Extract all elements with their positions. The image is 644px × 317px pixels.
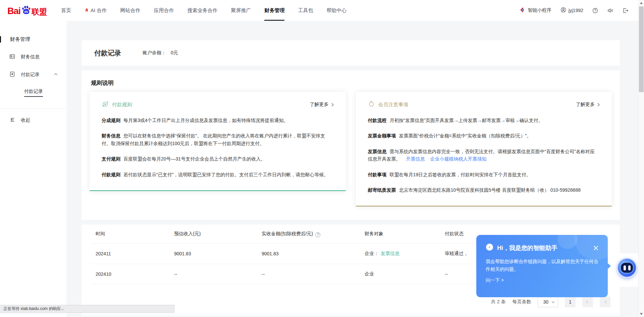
assistant-ask-link[interactable]: 问一下 > [486,277,598,283]
logo-text-union: 联盟 [32,8,47,16]
sidebar: 财务管理 财务信息 付款记录 付款记录 [0,21,66,317]
account-balance: 账户余额： 0元 [143,50,178,56]
cell-finance-object: 企业：发票信息 [365,251,445,257]
payment-record-icon [9,71,15,78]
rule-desc: 您可以在财务信息中选择“保留付款”。 在此期间您产生的收入将在账户内进行累计，联… [102,133,325,146]
more-label: 了解更多 [310,102,329,108]
sidebar-item-finance-info[interactable]: 财务信息 [0,54,66,60]
scrollbar-thumb[interactable] [639,6,644,92]
page-title: 付款记录 [94,49,121,58]
rule-desc: 月初按“发票信息”页面开具发票→上传发票→邮寄发票→审核→确认支付。 [390,118,543,123]
rule-item: 财务信息您可以在财务信息中选择“保留付款”。 在此期间您产生的收入将在账户内进行… [102,132,333,147]
assistant-title: Hi，我是您的智能助手 [497,244,557,252]
sidebar-collapse-button[interactable]: 收起 [0,117,66,124]
scroll-down-arrow[interactable] [640,313,643,315]
cell-actual: -- [262,271,365,277]
rule-term: 付款规则 [102,172,120,177]
rule-term: 支付规则 [102,156,120,162]
page-header-card: 付款记录 账户余额： 0元 [82,40,620,66]
nav-ai-cooperation[interactable]: AI 合作 [85,0,107,21]
sidebar-subitem-payment-records[interactable]: 付款记录 [0,88,66,94]
assistant-header: Hi，我是您的智能助手 [486,243,598,253]
pagination-total: 共 2 条 [491,299,506,305]
nav-toolkit[interactable]: 工具包 [298,0,313,21]
finance-object-label: 企业： [365,251,379,256]
sidebar-item-label: 财务信息 [21,54,40,60]
user-icon [560,7,566,14]
per-page-select[interactable]: 30 [538,297,558,307]
cell-time: 202410 [96,271,174,277]
rule-term: 付款事项 [368,172,387,177]
prev-page-button[interactable] [582,297,593,307]
member-notices-title: 会员注意事项 [378,102,409,108]
scroll-up-arrow[interactable] [640,2,643,4]
next-page-button[interactable] [600,297,610,307]
sidebar-subitem-label: 付款记录 [24,88,43,97]
status-text: 正在等待 xlab.baidu.com 的响应... [3,306,64,312]
vertical-scrollbar[interactable] [638,0,644,317]
nav-home[interactable]: 首页 [61,0,71,21]
invoice-info-link[interactable]: 开票信息 [406,156,425,162]
payment-rules-title: 付款规则 [112,102,132,108]
per-page-value: 30 [543,299,548,305]
page-number-button[interactable]: 1 [565,297,576,307]
help-icon[interactable] [592,8,598,13]
rule-desc: 联盟在每月19日之后签收的发票，付款时间安排在下个月首批支付。 [390,172,531,177]
col-time: 时间 [96,231,174,237]
compass-icon [486,243,493,253]
popup-arrow [607,263,611,269]
rule-term: 发票金额事项 [368,133,396,138]
rule-term: 邮寄纸质发票 [368,187,396,193]
rule-item: 分成规则每月第3或4个工作日产出上月分成信息及发票信息，如有特殊情况将提前通知。 [102,117,333,124]
rules-grid: 付款规则 了解更多 分成规则每月第3或4个工作日产出上月分成信息及发票信息，如有… [90,92,612,206]
rules-card: 规则说明 付款规则 了解更多 [82,70,620,220]
col-actual-amount-label: 实收金额(扣除税费后/元) [262,231,313,236]
member-notices-panel: 会员注意事项 了解更多 付款流程月初按“发票信息”页面开具发票→上传发票→邮寄发… [356,92,612,206]
payment-rules-panel: 付款规则 了解更多 分成规则每月第3或4个工作日产出上月分成信息及发票信息，如有… [90,92,346,191]
nav-help-center[interactable]: 帮助中心 [326,0,346,21]
top-navigation: 首页 AI 合作 网站合作 应用合作 搜索业务合作 聚屏推广 财务管理 工具包 … [61,0,346,21]
rule-desc: 北京市海淀区西北旺东路10号院百度科技园5号楼 百度联盟财务组（收） 010-5… [399,187,581,193]
finance-info-icon [9,54,15,60]
chevron-down-icon [552,300,554,303]
member-notices-more-link[interactable]: 了解更多 [576,102,599,108]
nav-app-cooperation[interactable]: 应用合作 [154,0,174,21]
cell-finance-object: 企业 [365,271,445,277]
collapse-label: 收起 [21,117,30,123]
nav-screen-promotion[interactable]: 聚屏推广 [231,0,251,21]
chick-icon [368,101,375,109]
miniapp-entry[interactable]: 智能小程序 [520,7,551,14]
topbar: Bai du 联盟 首页 AI 合作 网站合作 应用合作 [0,0,638,21]
rule-item: 付款流程月初按“发票信息”页面开具发票→上传发票→邮寄发票→审核→确认支付。 [368,117,599,124]
rule-term: 分成规则 [102,118,120,123]
nav-finance-management[interactable]: 财务管理 [264,0,284,21]
small-taxpayer-notice-link[interactable]: 企业小规模纳税人开票须知 [430,156,487,162]
logout-icon[interactable] [623,8,628,13]
per-page-label: 每页条数 [512,299,531,305]
sound-icon[interactable] [607,8,613,13]
username: jyj1992 [569,8,583,13]
sidebar-item-payment-records[interactable]: 付款记录 [0,71,66,78]
flame-icon [85,7,89,14]
rule-item: 发票信息需与系统内发票信息内容完全一致，否则无法支付。请根据发票信息页面中“百度… [368,148,599,163]
baidu-union-logo[interactable]: Bai du 联盟 [7,5,47,16]
col-finance-object: 财务对象 [365,231,445,237]
help-icon[interactable]: ? [315,232,320,237]
nav-website-cooperation[interactable]: 网站合作 [120,0,140,21]
invoice-info-row-link[interactable]: 发票信息 [381,251,399,256]
logo-text-bai: Bai [7,7,20,16]
sidebar-title: 财务管理 [0,36,66,43]
rule-term: 付款流程 [368,118,387,123]
col-estimated-income: 预估收入(元) [174,231,262,237]
rule-item: 付款规则若付款状态显示“已支付”，说明联盟已安排了您的付款。支付后三个工作日内到… [102,171,333,178]
cell-estimated: 9001.83 [174,251,262,256]
close-icon[interactable] [593,246,598,251]
assistant-robot-button[interactable] [617,258,637,278]
topbar-right: 智能小程序 jyj1992 [520,7,628,14]
payment-rules-more-link[interactable]: 了解更多 [310,102,333,108]
rule-term: 财务信息 [102,133,120,138]
nav-search-cooperation[interactable]: 搜索业务合作 [187,0,217,21]
baidu-paw-icon: du [21,5,31,16]
user-account[interactable]: jyj1992 [560,7,583,14]
cell-actual: 9001.83 [262,251,365,256]
